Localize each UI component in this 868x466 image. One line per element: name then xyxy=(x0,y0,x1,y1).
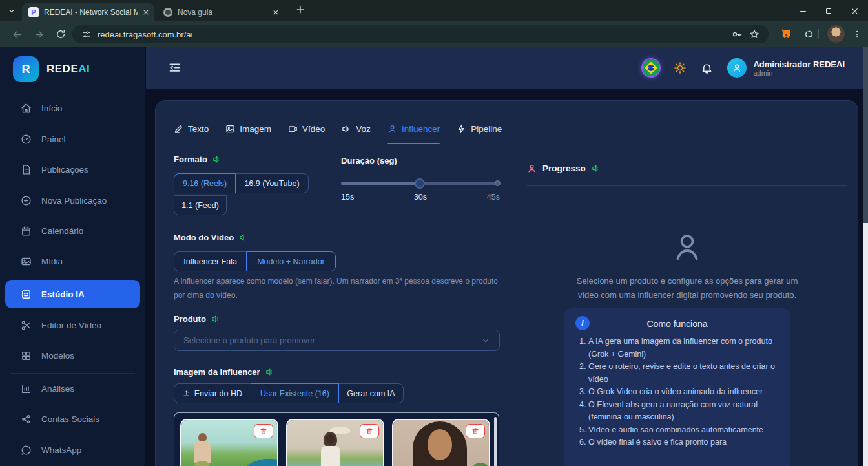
format-169-youtube-button[interactable]: 16:9 (YouTube) xyxy=(235,173,309,193)
sidebar-item-modelos[interactable]: Modelos xyxy=(5,341,140,370)
info-icon: i xyxy=(575,316,590,330)
tab-close-icon[interactable] xyxy=(143,9,149,16)
browser-menu-icon[interactable] xyxy=(849,26,865,42)
extensions-puzzle-icon[interactable] xyxy=(800,26,816,42)
sidebar-collapse-icon[interactable] xyxy=(168,61,181,74)
site-info-icon[interactable] xyxy=(81,30,91,39)
browser-profile-avatar[interactable] xyxy=(827,25,845,43)
sidebar-item-inicio[interactable]: Início xyxy=(5,94,140,122)
sidebar: R REDEAI Início Painel Publicações Nova … xyxy=(0,47,145,466)
passkey-icon[interactable] xyxy=(731,28,743,40)
tab-search-chevron-icon[interactable] xyxy=(5,5,18,17)
mode-modelo-narrador-button[interactable]: Modelo + Narrador xyxy=(246,251,336,271)
tab-video[interactable]: Vídeo xyxy=(288,124,325,135)
sidebar-item-analises[interactable]: Análises xyxy=(5,374,140,403)
brand: R REDEAI xyxy=(13,56,90,82)
tts-speaker-icon[interactable] xyxy=(265,367,275,377)
theme-sun-icon[interactable] xyxy=(674,61,687,74)
sidebar-item-whatsapp[interactable]: WhatsApp xyxy=(5,436,140,464)
product-select-placeholder: Selecione o produto para promover xyxy=(183,335,315,345)
window-maximize-button[interactable] xyxy=(819,4,838,18)
toolbar-separator xyxy=(818,29,819,39)
tab-voz[interactable]: Voz xyxy=(342,124,371,135)
como-funciona-title: Como funciona xyxy=(564,319,790,329)
person-icon xyxy=(527,164,537,173)
sidebar-item-midia[interactable]: Mídia xyxy=(5,247,140,275)
person-placeholder-icon xyxy=(670,230,704,264)
upload-hd-button[interactable]: Enviar do HD xyxy=(174,383,251,403)
sidebar-item-nova-publicacao[interactable]: Nova Publicação xyxy=(5,186,140,215)
step-item: O Grok Video cria o vídeo animado da inf… xyxy=(588,386,780,399)
browser-tab-active[interactable]: P REDEAI - Network Social Media xyxy=(22,3,154,21)
format-11-feed-button[interactable]: 1:1 (Feed) xyxy=(174,195,227,215)
generate-ai-button[interactable]: Gerar com IA xyxy=(338,383,404,403)
delete-thumbnail-button[interactable] xyxy=(254,424,273,438)
redeai-favicon: P xyxy=(28,7,39,17)
influencer-thumbnail-2[interactable] xyxy=(286,419,384,466)
como-funciona-card: i Como funciona A IA gera uma imagem da … xyxy=(564,308,790,466)
delete-thumbnail-button[interactable] xyxy=(466,424,485,438)
metamask-extension-icon[interactable] xyxy=(778,26,794,42)
slider-min-label: 15s xyxy=(341,193,354,202)
user-menu[interactable]: Administrador REDEAI admin xyxy=(727,58,845,78)
sidebar-item-publicacoes[interactable]: Publicações xyxy=(5,155,140,184)
redeai-logo: R xyxy=(13,56,39,82)
duration-slider[interactable]: 15s 30s 45s xyxy=(341,177,500,203)
notifications-bell-icon[interactable] xyxy=(701,62,713,74)
imagem-influencer-label: Imagem da Influencer xyxy=(174,367,275,377)
delete-thumbnail-button[interactable] xyxy=(360,424,379,438)
sidebar-item-painel[interactable]: Painel xyxy=(5,125,140,153)
sidebar-item-calendario[interactable]: Calendário xyxy=(5,217,140,245)
influencer-thumbnail-1[interactable] xyxy=(180,419,278,466)
tts-speaker-icon[interactable] xyxy=(592,164,601,173)
mode-influencer-fala-button[interactable]: Influencer Fala xyxy=(174,251,247,271)
browser-tab-newtab[interactable]: Nova guia xyxy=(157,3,284,21)
screen: P REDEAI - Network Social Media Nova gui… xyxy=(0,0,868,466)
bookmark-star-icon[interactable] xyxy=(749,29,760,39)
gallery-scrollbar[interactable] xyxy=(494,417,497,466)
sidebar-item-estudio-ia[interactable]: Estúdio IA xyxy=(5,280,140,308)
tab-influencer[interactable]: Influencer xyxy=(388,124,440,135)
tts-speaker-icon[interactable] xyxy=(211,314,221,324)
browser-tab-title: Nova guia xyxy=(178,8,267,17)
url-text[interactable]: redeai.fragasoft.com.br/ai xyxy=(98,30,725,39)
trash-icon xyxy=(366,427,373,435)
progresso-divider xyxy=(527,185,847,186)
use-existing-button[interactable]: Usar Existente (16) xyxy=(251,383,339,403)
media-image-icon xyxy=(21,256,32,267)
progresso-empty-state: Selecione um produto e configure as opçõ… xyxy=(527,230,847,302)
tab-imagem[interactable]: Imagem xyxy=(225,124,271,135)
window-close-button[interactable] xyxy=(845,4,864,18)
tab-pipeline[interactable]: Pipeline xyxy=(457,124,502,135)
new-tab-button[interactable] xyxy=(296,5,305,14)
person-icon xyxy=(388,124,397,134)
chevron-down-icon xyxy=(481,336,490,345)
dashboard-gauge-icon xyxy=(21,134,32,145)
forward-button[interactable] xyxy=(31,26,46,42)
url-bar[interactable]: redeai.fragasoft.com.br/ai xyxy=(72,25,769,43)
browser-tabstrip: P REDEAI - Network Social Media Nova gui… xyxy=(0,0,868,21)
language-brazil-flag[interactable] xyxy=(643,59,659,76)
slider-labels: 15s 30s 45s xyxy=(341,193,500,202)
tab-close-icon[interactable] xyxy=(273,9,279,16)
tts-speaker-icon[interactable] xyxy=(239,233,249,242)
product-select[interactable]: Selecione o produto para promover xyxy=(174,330,500,351)
slider-thumb[interactable] xyxy=(415,178,425,189)
image-icon xyxy=(225,124,235,134)
window-minimize-button[interactable] xyxy=(793,4,812,18)
user-role: admin xyxy=(753,69,845,77)
influencer-gallery xyxy=(174,412,499,466)
sidebar-item-contas-sociais[interactable]: Contas Sociais xyxy=(5,405,140,433)
sidebar-item-editor-video[interactable]: Editor de Vídeo xyxy=(5,311,140,339)
browser-tab-title: REDEAI - Network Social Media xyxy=(44,8,138,17)
format-916-reels-button[interactable]: 9:16 (Reels) xyxy=(174,173,236,193)
tab-texto[interactable]: Texto xyxy=(174,124,209,135)
influencer-thumbnail-3[interactable] xyxy=(392,419,490,466)
reload-button[interactable] xyxy=(53,26,68,42)
page-scrollbar-track[interactable] xyxy=(863,223,868,466)
user-avatar xyxy=(727,58,747,78)
app-header: Administrador REDEAI admin xyxy=(146,47,868,89)
tts-speaker-icon[interactable] xyxy=(212,154,222,164)
back-button[interactable] xyxy=(9,26,25,42)
page-scrollbar-thumb[interactable] xyxy=(863,47,868,223)
